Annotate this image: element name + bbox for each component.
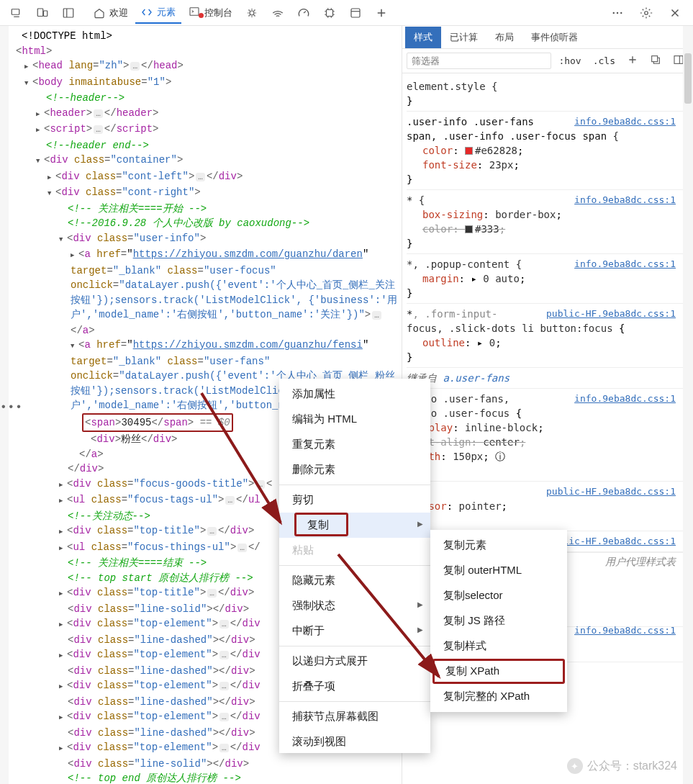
- tab-welcome[interactable]: 欢迎: [88, 2, 134, 24]
- dom-cont-right[interactable]: <div class="cont-right">: [6, 185, 402, 202]
- dom-user-info[interactable]: <div class="user-info">: [6, 231, 402, 248]
- svg-rect-3: [63, 9, 73, 17]
- ctx-expand-recursive[interactable]: 以递归方式展开: [279, 649, 430, 674]
- ctx-copy-xpath[interactable]: 复制 XPath: [432, 659, 565, 684]
- tab-console[interactable]: 控制台: [183, 2, 238, 24]
- memory-icon[interactable]: [317, 2, 342, 24]
- source-link[interactable]: public-HF.9eba8dc.css:1: [546, 307, 676, 321]
- source-link[interactable]: info.9eba8dc.css:1: [574, 193, 676, 207]
- context-menu-copy[interactable]: 复制元素 复制 outerHTML 复制selector 复制 JS 路径 复制…: [430, 530, 567, 712]
- source-link[interactable]: public-HF.9eba8dc.css:1: [546, 485, 676, 499]
- ctx-copy-label: 复制: [294, 513, 348, 536]
- cls-button[interactable]: .cls: [589, 53, 620, 68]
- source-link[interactable]: info.9eba8dc.css:1: [574, 392, 676, 406]
- performance-icon[interactable]: [291, 2, 316, 24]
- dom-html-open[interactable]: <html>: [6, 44, 402, 59]
- close-icon[interactable]: [661, 2, 689, 24]
- dom-cont-left[interactable]: <div class="cont-left">…</div>: [6, 169, 402, 186]
- svg-rect-0: [12, 9, 19, 14]
- svg-rect-7: [351, 9, 360, 17]
- dom-comment: <!--header-->: [46, 92, 124, 104]
- ctx-delete[interactable]: 删除元素: [279, 457, 430, 482]
- dom-comment: <!-- 关注相关====开始 -->: [68, 203, 207, 215]
- tab-computed[interactable]: 已计算: [441, 27, 486, 48]
- dom-a-user-focus[interactable]: <a href="https://zhiyou.smzdm.com/guanzh…: [6, 247, 402, 338]
- console-icon: [189, 6, 200, 19]
- ctx-force-state[interactable]: 强制状态: [279, 593, 430, 618]
- responsive-icon[interactable]: [30, 2, 55, 24]
- dom-doctype: <!DOCTYPE html>: [6, 29, 402, 44]
- dock-icon[interactable]: [56, 2, 81, 24]
- filter-input[interactable]: [407, 53, 551, 69]
- svg-rect-13: [674, 56, 683, 64]
- ctx-collapse[interactable]: 折叠子项: [279, 674, 430, 699]
- ctx-copy-styles[interactable]: 复制样式: [430, 634, 567, 659]
- new-rule-icon[interactable]: [622, 52, 643, 70]
- source-link[interactable]: info.9eba8dc.css:1: [574, 623, 676, 638]
- svg-point-10: [620, 12, 622, 13]
- svg-point-9: [617, 12, 618, 13]
- tab-console-label: 控制台: [204, 6, 232, 19]
- more-icon[interactable]: [604, 2, 631, 24]
- dom-body[interactable]: <body inmaintabuse="1">: [6, 75, 402, 91]
- rule-star-1[interactable]: info.9eba8dc.css:1 * { box-sizing: borde…: [407, 190, 689, 254]
- hov-button[interactable]: :hov: [554, 53, 585, 68]
- rule-cursor-pointer[interactable]: public-HF.9eba8dc.css:1 { rsor: pointer;…: [407, 482, 689, 531]
- tab-elements[interactable]: 元素: [135, 2, 181, 24]
- style-tool-icon[interactable]: [646, 52, 666, 70]
- ctx-break-on[interactable]: 中断于: [279, 618, 430, 644]
- svg-rect-12: [652, 56, 658, 62]
- rule-user-info-fans[interactable]: info.9eba8dc.css:1 -info .user-fans, -in…: [407, 389, 689, 482]
- ctx-copy-element[interactable]: 复制元素: [430, 533, 567, 558]
- debugger-icon[interactable]: [240, 2, 264, 24]
- network-icon[interactable]: [266, 2, 290, 24]
- tab-styles[interactable]: 样式: [405, 27, 441, 48]
- svg-point-5: [250, 11, 254, 15]
- tab-elements-label: 元素: [157, 6, 176, 19]
- svg-point-11: [645, 11, 648, 14]
- dom-line-solid-2[interactable]: <div class="line-solid"></div>: [6, 757, 402, 772]
- source-link[interactable]: info.9eba8dc.css:1: [574, 257, 676, 271]
- context-menu-main[interactable]: 添加属性 编辑为 HTML 重复元素 删除元素 剪切 复制 粘贴 隐藏元素 强制…: [279, 379, 430, 753]
- ctx-copy[interactable]: 复制: [279, 513, 430, 538]
- ctx-hide[interactable]: 隐藏元素: [279, 568, 430, 593]
- ctx-duplicate[interactable]: 重复元素: [279, 432, 430, 457]
- svg-rect-6: [327, 9, 333, 16]
- styles-tablist: 样式 已计算 布局 事件侦听器: [402, 26, 693, 49]
- scrollbar-thumb[interactable]: [684, 53, 692, 104]
- tab-listeners[interactable]: 事件侦听器: [522, 27, 586, 48]
- ctx-copy-outerhtml[interactable]: 复制 outerHTML: [430, 558, 567, 583]
- rule-user-fans-span[interactable]: info.9eba8dc.css:1 .user-info .user-fans…: [407, 112, 689, 190]
- source-link[interactable]: info.9eba8dc.css:1: [574, 114, 676, 129]
- filter-row: :hov .cls: [402, 49, 693, 73]
- ctx-scroll-into-view[interactable]: 滚动到视图: [279, 729, 430, 750]
- ctx-cut[interactable]: 剪切: [279, 487, 430, 513]
- watermark-text: 公众号：stark324: [587, 759, 677, 774]
- ctx-copy-js-path[interactable]: 复制 JS 路径: [430, 608, 567, 634]
- dom-script[interactable]: <script>…</script>: [6, 122, 402, 138]
- ctx-add-attribute[interactable]: 添加属性: [279, 382, 430, 407]
- device-toggle-icon[interactable]: [4, 2, 29, 24]
- tab-welcome-label: 欢迎: [109, 6, 128, 19]
- rule-focus-outline[interactable]: public-HF.9eba8dc.css:1 *, .form-input- …: [407, 304, 689, 368]
- ctx-capture-screenshot[interactable]: 捕获节点屏幕截图: [279, 704, 430, 729]
- svg-rect-4: [190, 8, 199, 16]
- ctx-copy-full-xpath[interactable]: 复制完整的 XPath: [430, 684, 567, 709]
- rule-element-style[interactable]: element.style { }: [407, 76, 689, 112]
- svg-point-8: [613, 12, 615, 13]
- new-tab-icon[interactable]: [369, 2, 394, 24]
- gutter-more-icon[interactable]: •••: [0, 400, 22, 415]
- inherit-header: 继承自 a.user-fans: [407, 368, 689, 389]
- application-icon[interactable]: [343, 2, 368, 24]
- ctx-paste: 粘贴: [279, 538, 430, 563]
- ctx-edit-html[interactable]: 编辑为 HTML: [279, 407, 430, 432]
- dom-header[interactable]: <header>…</header>: [6, 106, 402, 122]
- dom-comment: <!--header end-->: [46, 140, 149, 151]
- ctx-copy-selector[interactable]: 复制selector: [430, 583, 567, 608]
- tab-layout[interactable]: 布局: [486, 27, 522, 48]
- dom-head[interactable]: <head lang="zh">…</head>: [6, 58, 402, 75]
- settings-icon[interactable]: [633, 2, 660, 24]
- rule-popup-content[interactable]: info.9eba8dc.css:1 *, .popup-content { m…: [407, 254, 689, 304]
- dom-container[interactable]: <div class="container">: [6, 153, 402, 169]
- dom-comment: <!--2016.9.28 个人中心改版 by caoxudong-->: [68, 217, 309, 229]
